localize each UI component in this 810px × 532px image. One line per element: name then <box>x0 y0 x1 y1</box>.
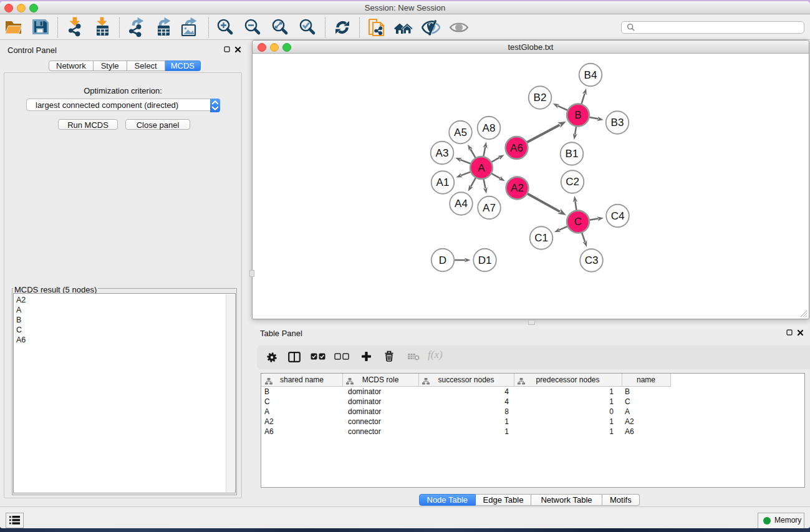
svg-text:D: D <box>439 254 446 266</box>
svg-text:C2: C2 <box>566 176 579 188</box>
svg-text:B3: B3 <box>611 117 624 128</box>
svg-text:A: A <box>478 162 485 174</box>
svg-text:A5: A5 <box>454 127 467 138</box>
svg-text:C: C <box>574 216 582 228</box>
svg-text:A1: A1 <box>436 177 450 188</box>
svg-text:B1: B1 <box>566 148 579 160</box>
svg-text:B: B <box>574 109 581 121</box>
svg-text:A6: A6 <box>510 142 523 154</box>
svg-text:A8: A8 <box>483 122 496 134</box>
svg-text:A3: A3 <box>436 147 449 159</box>
svg-text:C3: C3 <box>585 254 599 266</box>
svg-text:C1: C1 <box>534 232 548 244</box>
svg-text:A2: A2 <box>511 182 524 194</box>
svg-text:A4: A4 <box>455 198 468 210</box>
svg-text:A7: A7 <box>483 202 496 214</box>
svg-text:D1: D1 <box>478 254 492 266</box>
svg-text:C4: C4 <box>611 210 625 222</box>
svg-text:B4: B4 <box>584 69 597 81</box>
svg-text:B2: B2 <box>534 92 547 104</box>
